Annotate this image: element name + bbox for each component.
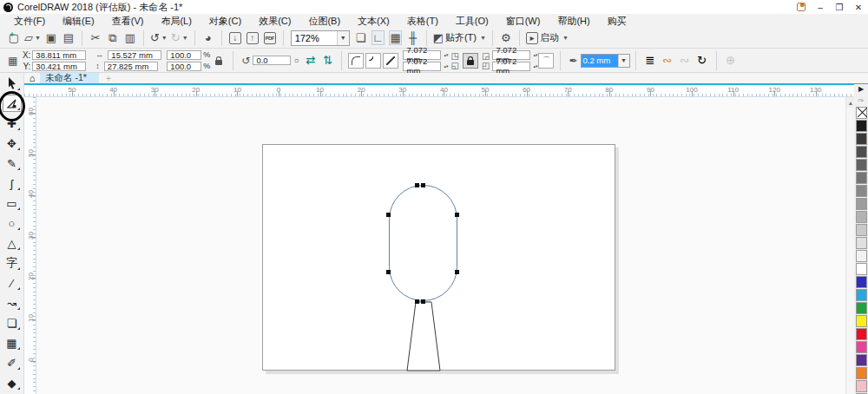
fillet-scallop-chamfer-button[interactable]: ⌒ [538, 53, 554, 69]
no-color-swatch[interactable] [856, 107, 867, 119]
mirror-horizontal-button[interactable]: ⇄ [302, 53, 318, 69]
link-button[interactable]: ∾ [660, 53, 675, 69]
stepper-icon[interactable]: ▴▾ [533, 53, 537, 57]
mirror-vertical-button[interactable]: ⇅ [319, 53, 335, 69]
color-swatch-6[interactable] [856, 198, 867, 210]
y-position-field[interactable]: 30.421 mm [32, 62, 86, 71]
menu-item-12[interactable]: 购买 [599, 14, 635, 29]
lock-ratio-button[interactable] [211, 53, 227, 69]
color-swatch-19[interactable] [856, 367, 867, 379]
object-height-field[interactable]: 27.825 mm [104, 62, 158, 71]
zoom-level-combo[interactable]: ▼ [291, 30, 350, 46]
color-swatch-7[interactable] [856, 211, 867, 223]
ellipse-tool[interactable]: ○ [3, 214, 22, 232]
menu-item-2[interactable]: 查看(V) [103, 14, 153, 29]
color-swatch-16[interactable] [856, 328, 867, 340]
stepper-icon[interactable]: ▴▾ [444, 53, 448, 57]
color-swatch-12[interactable] [856, 276, 867, 288]
color-swatch-11[interactable] [856, 263, 867, 275]
menu-item-3[interactable]: 布局(L) [152, 14, 200, 29]
artistic-media-tool[interactable]: ʃ [3, 174, 22, 192]
drawing-canvas[interactable] [36, 97, 845, 394]
object-width-field[interactable]: 15.527 mm [108, 50, 161, 60]
paste[interactable]: ▥ [122, 30, 139, 47]
launch-dropdown[interactable]: ▶启动▼ [524, 30, 570, 47]
close-button[interactable]: ✕ [849, 0, 868, 14]
color-swatch-9[interactable] [856, 237, 867, 249]
chevron-down-icon[interactable]: ▼ [618, 55, 629, 67]
show-grid[interactable]: ▦ [387, 30, 404, 47]
selection-node[interactable] [455, 213, 459, 217]
print[interactable]: ▤ [60, 30, 77, 47]
redo[interactable]: ↻▼ [169, 30, 190, 47]
palette-flyout-icon[interactable]: ▶ [858, 84, 864, 95]
account-button[interactable] [792, 0, 811, 14]
rotation-angle-field[interactable]: 0.0 [253, 56, 291, 65]
menu-item-6[interactable]: 位图(B) [299, 14, 349, 29]
selection-node[interactable] [415, 183, 419, 187]
minimize-button[interactable]: – [811, 0, 830, 14]
welcome-screen[interactable]: ◕ [200, 30, 217, 47]
round-corner-button[interactable] [348, 53, 364, 69]
chevron-down-icon[interactable]: ▼ [337, 31, 349, 45]
selection-node[interactable] [421, 299, 425, 304]
color-eyedropper-tool[interactable]: ✐ [3, 354, 22, 371]
unlink-button[interactable]: ∾ [677, 53, 693, 69]
vertical-scrollbar[interactable]: ▲ [845, 97, 854, 394]
snap-to-dropdown[interactable]: ◩贴齐(T)▼ [431, 30, 488, 47]
color-swatch-17[interactable] [856, 341, 867, 353]
show-guidelines[interactable]: ╫ [404, 30, 422, 47]
copy[interactable]: ⧉ [104, 30, 122, 47]
color-swatch-10[interactable] [856, 250, 867, 262]
menu-item-0[interactable]: 文件(F) [5, 14, 54, 29]
save[interactable]: ▣ [43, 30, 60, 47]
new-document[interactable]: ▢ [5, 30, 23, 47]
interactive-fill-tool[interactable]: ◆ [3, 374, 22, 391]
color-swatch-1[interactable] [856, 133, 867, 145]
color-swatch-14[interactable] [856, 302, 867, 314]
convert-to-curves-button[interactable]: ↻ [694, 53, 710, 69]
home-button[interactable]: ⌂ [24, 73, 40, 83]
chamfered-corner-button[interactable] [383, 53, 398, 69]
transparency-tool[interactable]: ▦ [3, 334, 22, 351]
rectangle-tool[interactable]: ▭ [3, 194, 22, 212]
zoom-level-input[interactable] [292, 31, 337, 45]
corner-radius-bl-field[interactable]: 7.072 mm [403, 62, 441, 71]
stepper-icon[interactable]: ▴▾ [444, 64, 448, 69]
menu-item-9[interactable]: 工具(O) [447, 14, 497, 29]
menu-item-4[interactable]: 对象(C) [201, 14, 250, 29]
restore-button[interactable]: ❐ [830, 0, 849, 14]
pick-tool[interactable] [3, 75, 22, 92]
menu-item-5[interactable]: 效果(C) [250, 14, 299, 29]
stepper-icon[interactable]: ▴▾ [533, 64, 537, 69]
selection-node[interactable] [386, 213, 391, 217]
full-screen-preview[interactable]: ❏ [352, 30, 370, 47]
undo[interactable]: ↺▼ [148, 30, 169, 47]
document-tab[interactable]: 未命名 -1* [40, 73, 99, 83]
options[interactable]: ⚙ [497, 30, 515, 47]
selection-node[interactable] [421, 183, 425, 187]
publish-pdf[interactable]: PDF [261, 30, 279, 47]
scale-h-field[interactable]: 100.0 [167, 50, 201, 60]
show-rulers[interactable]: ∟ [370, 30, 387, 47]
menu-item-7[interactable]: 文本(X) [349, 14, 398, 29]
selection-node[interactable] [415, 299, 419, 304]
new-tab-button[interactable]: + [99, 73, 118, 83]
crop-tool[interactable]: ✚ [3, 115, 22, 132]
trapezoid-stem[interactable] [407, 302, 440, 371]
scale-v-field[interactable]: 100.0 [167, 62, 201, 71]
color-swatch-0[interactable] [856, 120, 867, 132]
wrap-text-button[interactable]: ≣ [642, 53, 658, 69]
dimension-tool[interactable]: ∕ [3, 274, 22, 292]
color-swatch-3[interactable] [856, 159, 867, 171]
menu-item-11[interactable]: 帮助(H) [549, 14, 598, 29]
color-swatch-20[interactable] [856, 380, 867, 392]
menu-item-1[interactable]: 编辑(E) [54, 14, 103, 29]
pan-tool[interactable]: ✥ [3, 135, 22, 152]
color-swatch-2[interactable] [856, 146, 867, 158]
color-swatch-4[interactable] [856, 172, 867, 184]
menu-item-10[interactable]: 窗口(W) [497, 14, 549, 29]
corner-radius-br-field[interactable]: 7.072 mm [492, 62, 530, 71]
import[interactable]: ↓ [227, 30, 244, 47]
selection-node[interactable] [386, 270, 391, 274]
